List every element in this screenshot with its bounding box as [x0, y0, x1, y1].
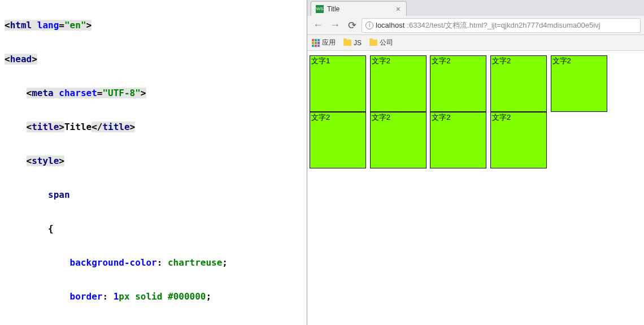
span-box: 文字2: [490, 112, 547, 168]
browser-toolbar: ← → ⟳ i localhost:63342/test/文档流.html?_i…: [307, 16, 644, 35]
reload-button[interactable]: ⟳: [345, 18, 359, 33]
tag-title-open: title: [32, 122, 59, 132]
val-bg: chartreuse: [168, 257, 222, 268]
favicon-icon: WS: [316, 5, 324, 13]
attr-charset: charset: [59, 88, 97, 98]
browser-tab[interactable]: WS Title ×: [311, 1, 407, 16]
val-charset: "UTF-8": [102, 88, 140, 98]
tag-title-close: title: [102, 122, 129, 132]
browser-tabbar: WS Title ×: [307, 0, 644, 16]
forward-button[interactable]: →: [328, 18, 342, 33]
span-box: 文字2: [430, 112, 486, 168]
span-box: 文字2: [430, 55, 486, 112]
url-rest: :63342/test/文档流.html?_ijt=qjkdn2h777d4md…: [407, 20, 600, 31]
code-editor[interactable]: <html lang="en"> <head> <meta charset="U…: [0, 0, 307, 325]
info-icon[interactable]: i: [365, 21, 373, 29]
tab-title: Title: [327, 5, 391, 13]
val-lang: "en": [64, 20, 86, 31]
prop-bg: background-color: [70, 257, 157, 268]
prop-border: border: [70, 291, 103, 302]
tag-head-open: head: [10, 54, 32, 64]
tag-style-open: style: [32, 155, 59, 166]
span-box: 文字2: [370, 55, 427, 112]
span-box: 文字2: [490, 55, 547, 112]
selector-span: span: [48, 189, 70, 200]
bookmark-company[interactable]: 公司: [369, 38, 393, 47]
span-box: 文字2: [310, 112, 366, 168]
box-container: 文字1 文字2 文字2 文字2 文字2 文字2 文字2 文字2 文字2: [310, 55, 644, 168]
title-text: Title: [64, 122, 92, 132]
tag-meta: meta: [32, 88, 54, 98]
browser-window: WS Title × ← → ⟳ i localhost:63342/test/…: [307, 0, 644, 325]
close-icon[interactable]: ×: [395, 5, 402, 14]
folder-icon: [343, 40, 351, 46]
tag-html: html: [10, 20, 32, 31]
apps-label: 应用: [322, 38, 336, 47]
back-button[interactable]: ←: [311, 18, 325, 33]
bookmark-js[interactable]: JS: [343, 39, 362, 47]
span-box: 文字1: [310, 55, 366, 112]
val-border-color: #000000: [168, 291, 206, 302]
apps-icon: [312, 39, 320, 47]
attr-lang: lang: [37, 20, 59, 31]
address-bar[interactable]: i localhost:63342/test/文档流.html?_ijt=qjk…: [362, 18, 641, 33]
span-box: 文字2: [370, 112, 427, 168]
folder-icon: [369, 40, 377, 46]
apps-button[interactable]: 应用: [312, 38, 336, 47]
page-viewport: 文字1 文字2 文字2 文字2 文字2 文字2 文字2 文字2 文字2: [307, 51, 644, 325]
url-host: localhost: [376, 21, 404, 29]
span-box: 文字2: [551, 55, 607, 112]
bookmarks-bar: 应用 JS 公司: [307, 35, 644, 51]
